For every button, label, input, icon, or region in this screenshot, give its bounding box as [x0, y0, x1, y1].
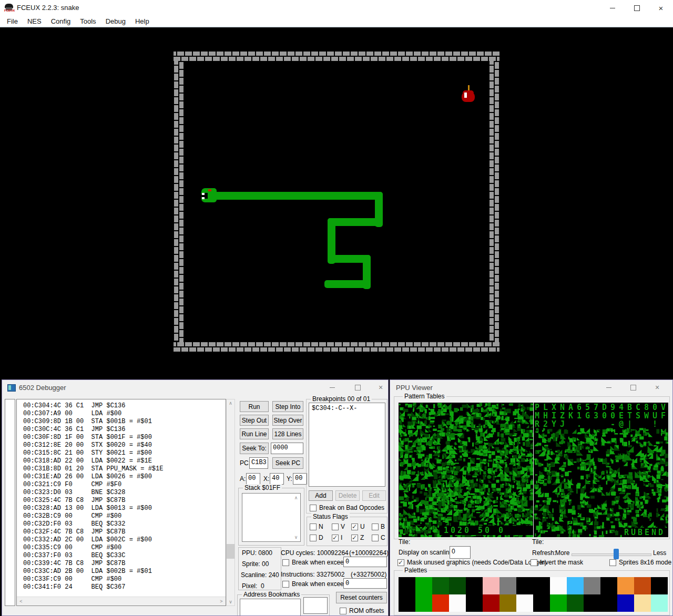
status-flag-D-checkbox[interactable]: [310, 535, 317, 541]
palette-swatch[interactable]: [415, 577, 432, 594]
debugger-minimize-button[interactable]: [322, 380, 343, 395]
palette-swatch[interactable]: [415, 594, 432, 612]
disassembly-line[interactable]: 00:C321:C9 F0 CMP #$F0: [23, 481, 226, 489]
status-flag-Z-checkbox[interactable]: [351, 535, 358, 541]
reset-counters-button[interactable]: Reset counters: [336, 592, 387, 603]
scroll-up-arrow[interactable]: ∧: [293, 495, 299, 500]
disassembly-line[interactable]: 00:C31B:8D 01 20 STA PPU_MASK = #$1E: [23, 465, 226, 473]
run-button[interactable]: Run: [240, 401, 269, 412]
seek-to-input[interactable]: 0000: [271, 443, 303, 454]
menu-file[interactable]: File: [2, 16, 23, 26]
invert-mask-checkbox[interactable]: [531, 559, 537, 566]
breakpoint-gutter[interactable]: [5, 399, 15, 606]
disassembly-line[interactable]: 00:C318:AD 22 00 LDA $0022 = #$1E: [23, 457, 226, 465]
scroll-down-arrow[interactable]: ∨: [293, 535, 299, 540]
disassembly-hscrollbar[interactable]: < >: [17, 597, 226, 605]
palette-swatch[interactable]: [432, 594, 449, 612]
ppu-maximize-button[interactable]: [623, 380, 644, 395]
maximize-button[interactable]: [625, 0, 649, 16]
pattern-table-left[interactable]: [399, 403, 533, 537]
status-flag-U-checkbox[interactable]: [351, 523, 358, 530]
palette-swatch[interactable]: [617, 594, 634, 612]
disassembly-line[interactable]: 00:C33F:C9 00 CMP #$00: [23, 576, 226, 583]
debugger-close-button[interactable]: ×: [370, 380, 389, 395]
palette-swatch[interactable]: [584, 594, 600, 612]
cpu-break-checkbox[interactable]: [282, 559, 289, 566]
disassembly-line[interactable]: 00:C323:D0 03 BNE $C328: [23, 489, 226, 497]
disassembly-line[interactable]: 00:C31E:AD 26 00 LDA $0026 = #$00: [23, 473, 226, 481]
rom-offsets-checkbox[interactable]: [340, 608, 346, 614]
scroll-up-arrow[interactable]: ∧: [227, 401, 234, 406]
menu-tools[interactable]: Tools: [75, 16, 100, 26]
pattern-table-right[interactable]: [534, 403, 668, 537]
minimize-button[interactable]: [600, 0, 625, 16]
status-flag-I-checkbox[interactable]: [332, 535, 339, 541]
palette-swatch[interactable]: [651, 577, 668, 594]
run-line-button[interactable]: Run Line: [240, 428, 269, 439]
refresh-slider-thumb[interactable]: [614, 549, 619, 559]
scanline-input[interactable]: 0: [450, 546, 471, 559]
disassembly-line[interactable]: 00:C32B:C9 00 CMP #$00: [23, 512, 226, 520]
pc-input[interactable]: C1B3: [249, 457, 268, 469]
palette-swatch[interactable]: [567, 577, 584, 594]
run-128-lines-button[interactable]: 128 Lines: [272, 428, 303, 439]
disassembly-line[interactable]: 00:C339:4C 7B C8 JMP $C87B: [23, 560, 226, 568]
disassembly-line[interactable]: 00:C307:A9 00 LDA #$00: [23, 410, 226, 418]
debugger-titlebar[interactable]: 6502 Debugger ×: [2, 380, 388, 395]
disassembly-line[interactable]: 00:C328:AD 13 00 LDA $0013 = #$00: [23, 505, 226, 512]
mask-unused-checkbox[interactable]: [397, 559, 404, 566]
palette-swatch[interactable]: [483, 594, 499, 612]
seek-pc-button[interactable]: Seek PC: [272, 457, 303, 469]
palette-swatch[interactable]: [499, 577, 516, 594]
breakpoint-item[interactable]: $C304:-C--X-: [312, 405, 385, 413]
disassembly-line[interactable]: 00:C309:8D 1B 00 STA $001B = #$01: [23, 418, 226, 426]
disassembly-line[interactable]: 00:C337:F0 03 BEQ $C33C: [23, 552, 226, 560]
palette-swatch[interactable]: [533, 594, 550, 612]
disassembly-vscrollbar[interactable]: ∧ ∨: [226, 399, 235, 606]
palette-swatch[interactable]: [634, 594, 651, 612]
palette-swatch[interactable]: [466, 594, 483, 612]
palette-swatch[interactable]: [617, 577, 634, 594]
disassembly-line[interactable]: 00:C312:8E 20 00 STX $0020 = #$40: [23, 442, 226, 449]
disassembly-line[interactable]: 00:C335:C9 00 CMP #$00: [23, 544, 226, 552]
debugger-maximize-button[interactable]: [347, 380, 368, 395]
palette-swatch[interactable]: [466, 577, 483, 594]
scroll-down-arrow[interactable]: ∨: [227, 599, 234, 604]
menu-config[interactable]: Config: [46, 16, 76, 26]
palette-swatch[interactable]: [483, 577, 499, 594]
palette-swatch[interactable]: [399, 594, 415, 612]
breakpoints-list[interactable]: $C304:-C--X-: [309, 403, 385, 487]
address-bookmark-input[interactable]: [303, 597, 328, 614]
palette-swatch[interactable]: [651, 594, 668, 612]
disassembly-line[interactable]: 00:C33C:AD 2B 00 LDA $002B = #$01: [23, 568, 226, 576]
disassembly-line[interactable]: 00:C325:4C 7B C8 JMP $C87B: [23, 497, 226, 505]
step-out-button[interactable]: Step Out: [240, 415, 269, 426]
instr-break-input[interactable]: 0: [343, 578, 387, 589]
palette-swatch[interactable]: [584, 577, 600, 594]
ppu-minimize-button[interactable]: [598, 380, 619, 395]
disassembly-line[interactable]: 00:C32D:F0 03 BEQ $C332: [23, 520, 226, 528]
menu-debug[interactable]: Debug: [101, 16, 130, 26]
scroll-right-arrow[interactable]: >: [218, 597, 225, 605]
scroll-left-arrow[interactable]: <: [18, 597, 24, 605]
disassembly-line[interactable]: 00:C315:8C 21 00 STY $0021 = #$00: [23, 449, 226, 457]
palette-swatch[interactable]: [432, 577, 449, 594]
instr-break-checkbox[interactable]: [282, 581, 289, 588]
disassembly-line[interactable]: 00:C341:F0 24 BEQ $C367: [23, 583, 226, 591]
palette-swatch[interactable]: [516, 577, 533, 594]
disassembly-line[interactable]: 00:C332:AD 2C 00 LDA $002C = #$00: [23, 536, 226, 544]
break-bad-opcodes-checkbox[interactable]: [310, 505, 317, 511]
status-flag-N-checkbox[interactable]: [310, 523, 317, 530]
close-button[interactable]: ×: [649, 0, 673, 16]
disassembly-line[interactable]: 00:C30C:4C 36 C1 JMP $C136: [23, 426, 226, 434]
status-flag-B-checkbox[interactable]: [372, 523, 379, 530]
seek-to-button[interactable]: Seek To:: [240, 443, 269, 454]
disassembly-line[interactable]: 00:C32F:4C 7B C8 JMP $C87B: [23, 528, 226, 536]
menu-help[interactable]: Help: [130, 16, 154, 26]
status-flag-C-checkbox[interactable]: [372, 535, 379, 541]
breakpoint-edit-button[interactable]: Edit: [362, 490, 386, 501]
breakpoint-delete-button[interactable]: Delete: [335, 490, 360, 501]
palette-swatch[interactable]: [399, 577, 415, 594]
scrollbar-thumb[interactable]: [227, 544, 234, 559]
palette-swatch[interactable]: [600, 594, 617, 612]
